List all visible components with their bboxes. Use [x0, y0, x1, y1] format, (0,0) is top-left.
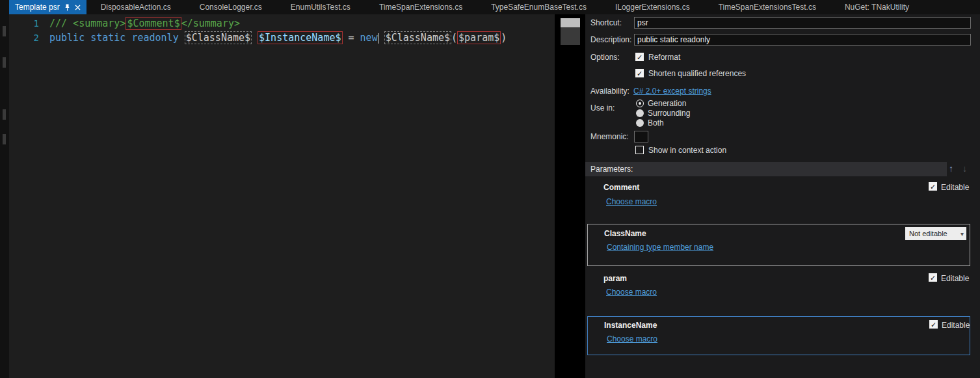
description-label: Description:	[590, 35, 631, 44]
editable-label: Editable	[941, 274, 969, 283]
instancename-editable-checkbox[interactable]: ✓	[929, 320, 938, 329]
show-in-context-label: Show in context action	[648, 146, 726, 155]
code-text: /// <summary>$Comment$</summary>	[49, 18, 240, 29]
parameter-name-classname: ClassName	[604, 229, 646, 238]
editor-scrollbar-strip	[555, 14, 585, 378]
template-hotspot-classname-1[interactable]: $ClassName$	[185, 31, 252, 44]
shortcut-label: Shortcut:	[590, 18, 622, 27]
classname-macro-link[interactable]: Containing type member name	[607, 243, 713, 252]
reformat-checkbox[interactable]: ✓	[635, 53, 644, 61]
scrollbar-track-shade	[561, 27, 580, 45]
left-strip-mark	[3, 109, 6, 120]
template-hotspot-instancename[interactable]: $InstanceName$	[258, 31, 342, 44]
tab-template-psr[interactable]: Template psr	[9, 0, 86, 14]
comment-text: </summary>	[181, 18, 240, 29]
tab-timespan-extensions-test[interactable]: TimeSpanExtensionsTest.cs	[704, 0, 830, 14]
pin-icon[interactable]	[64, 4, 70, 11]
left-strip-mark	[3, 26, 6, 36]
parameters-header-bar: Parameters:	[585, 162, 947, 176]
template-hotspot-param[interactable]: $param$	[457, 31, 501, 44]
availability-label: Availability:	[590, 87, 629, 96]
param-choose-macro-link[interactable]: Choose macro	[606, 288, 657, 297]
template-hotspot-classname-2[interactable]: $ClassName$	[384, 31, 451, 44]
description-input[interactable]	[634, 34, 971, 46]
use-in-generation-radio[interactable]	[636, 100, 644, 107]
editable-label: Editable	[942, 321, 970, 330]
tab-timespan-extensions[interactable]: TimeSpanExtensions.cs	[365, 0, 477, 14]
use-in-both-label: Both	[648, 118, 664, 128]
tab-disposable-action[interactable]: DisposableAction.cs	[86, 0, 185, 14]
document-tabbar: Template psr DisposableAction.cs Console…	[9, 0, 980, 14]
availability-link[interactable]: C# 2.0+ except strings	[633, 87, 711, 96]
close-icon[interactable]	[75, 5, 81, 10]
template-hotspot-comment[interactable]: $Comment$	[126, 17, 181, 30]
use-in-surrounding-radio[interactable]	[636, 109, 644, 117]
parameter-row-instancename[interactable]: InstanceName ✓ Editable Choose macro	[587, 316, 970, 355]
keyword-new: new	[360, 32, 378, 44]
move-parameter-down-icon[interactable]: ↓	[962, 163, 967, 174]
template-editor-panel: Shortcut: Description: Options: ✓ Reform…	[585, 14, 980, 378]
line-number: 2	[9, 33, 49, 43]
left-edge-strip	[0, 0, 9, 378]
parameter-row-classname[interactable]: ClassName Not editable ▾ Containing type…	[587, 224, 970, 266]
left-strip-mark	[3, 134, 6, 144]
parameter-name-param: param	[603, 274, 627, 283]
parameters-label: Parameters:	[590, 165, 633, 174]
chevron-down-icon: ▾	[960, 230, 964, 237]
comment-editable-checkbox[interactable]: ✓	[929, 182, 937, 191]
parameter-name-instancename: InstanceName	[604, 321, 657, 330]
shorten-references-checkbox[interactable]: ✓	[635, 69, 644, 77]
use-in-generation-label: Generation	[648, 99, 686, 108]
move-parameter-up-icon[interactable]: ↑	[949, 163, 953, 174]
tab-ilogger-extensions[interactable]: ILoggerExtensions.cs	[601, 0, 704, 14]
vs-window: Template psr DisposableAction.cs Console…	[0, 0, 980, 378]
options-label: Options:	[590, 53, 620, 62]
code-text: public static readonly $ClassName$$Insta…	[49, 32, 507, 44]
code-line-2: 2 public static readonly $ClassName$$Ins…	[9, 31, 555, 45]
reformat-label: Reformat	[648, 53, 680, 62]
comment-choose-macro-link[interactable]: Choose macro	[606, 197, 657, 206]
tab-enum-utils-test[interactable]: EnumUtilsTest.cs	[276, 0, 365, 14]
classname-editable-dropdown[interactable]: Not editable ▾	[905, 227, 966, 240]
dropdown-value: Not editable	[909, 230, 947, 237]
tab-typesafe-enum-base-test[interactable]: TypeSafeEnumBaseTest.cs	[477, 0, 601, 14]
tab-label: Template psr	[15, 0, 60, 14]
instancename-choose-macro-link[interactable]: Choose macro	[607, 334, 657, 344]
use-in-label: Use in:	[590, 103, 615, 113]
code-line-1: 1 /// <summary>$Comment$</summary>	[9, 16, 555, 31]
keyword-text: public static readonly	[49, 32, 185, 44]
use-in-surrounding-label: Surrounding	[648, 109, 690, 118]
scrollbar-thumb[interactable]	[561, 18, 580, 27]
show-in-context-checkbox[interactable]	[635, 146, 644, 154]
mnemonic-input[interactable]	[634, 131, 648, 142]
tab-nuget[interactable]: NuGet: TNakUtility	[830, 0, 923, 14]
use-in-both-radio[interactable]	[636, 119, 644, 127]
left-strip-mark	[3, 57, 6, 68]
line-number: 1	[9, 18, 49, 29]
parameter-name-comment: Comment	[603, 183, 639, 192]
operator-text: =	[343, 32, 360, 44]
shorten-references-label: Shorten qualified references	[648, 69, 746, 78]
text-cursor	[378, 33, 378, 44]
paren-close: )	[501, 32, 507, 44]
code-editor[interactable]: 1 /// <summary>$Comment$</summary> 2 pub…	[9, 14, 555, 378]
editable-label: Editable	[941, 183, 969, 192]
tab-console-logger[interactable]: ConsoleLogger.cs	[185, 0, 276, 14]
shortcut-input[interactable]	[634, 17, 971, 29]
comment-text: /// <summary>	[49, 18, 126, 29]
param-editable-checkbox[interactable]: ✓	[929, 273, 937, 282]
paren-open: (	[451, 32, 457, 44]
mnemonic-label: Mnemonic:	[590, 132, 629, 141]
